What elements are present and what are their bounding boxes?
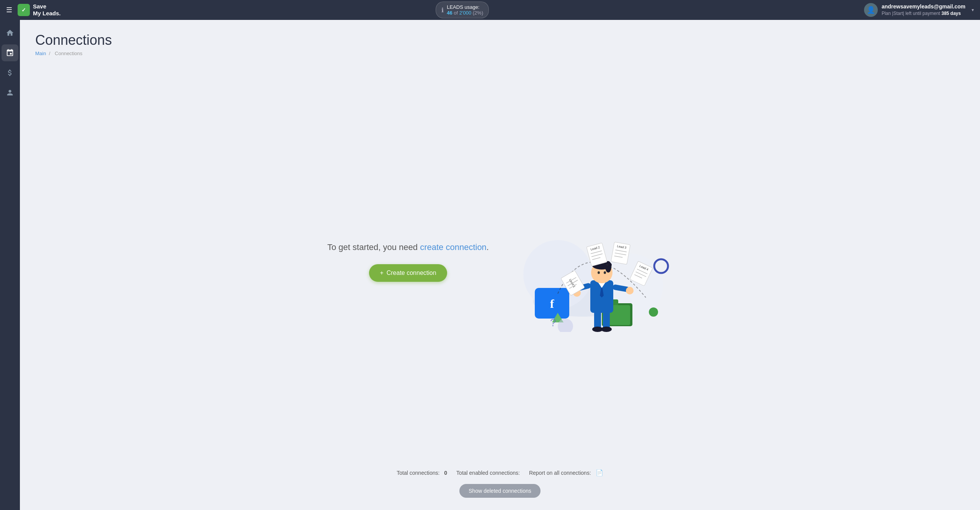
svg-text:f: f [550,297,554,311]
svg-point-18 [626,287,634,294]
page-title: Connections [35,32,965,48]
chevron-down-icon[interactable]: ▾ [972,7,974,13]
sidebar-item-billing[interactable] [2,64,18,81]
logo-area: ✓ Save My Leads. [18,3,61,17]
logo-text: Save My Leads. [33,3,61,17]
breadcrumb-current: Connections [55,51,82,56]
leads-count: LEADS usage: 46 of 2'000 (2%) [447,4,483,16]
hero-text: To get started, you need create connecti… [327,241,489,282]
svg-point-23 [604,271,606,274]
sidebar-item-profile[interactable] [2,84,18,101]
svg-text:?: ? [550,317,556,329]
total-enabled-connections: Total enabled connections: [456,470,520,476]
create-connection-button[interactable]: + Create connection [369,264,447,282]
breadcrumb-main[interactable]: Main [35,51,46,56]
info-icon: ℹ [441,7,444,14]
user-info: andrewsavemyleads@gmail.com Plan |Start|… [882,3,965,17]
hero-section: To get started, you need create connecti… [35,68,965,462]
stats-bar: Total connections: 0 Total enabled conne… [35,462,965,479]
sidebar-item-connections[interactable] [2,44,18,61]
main-content: Connections Main / Connections To get st… [20,20,980,510]
logo-icon: ✓ [18,4,30,16]
svg-point-11 [601,327,612,332]
topbar-left: ☰ ✓ Save My Leads. [6,3,61,17]
svg-point-22 [598,271,600,274]
sidebar [0,20,20,510]
create-connection-link[interactable]: create connection [420,242,487,252]
topbar-center: ℹ LEADS usage: 46 of 2'000 (2%) [436,2,489,18]
show-deleted-button[interactable]: Show deleted connections [459,484,540,498]
topbar: ☰ ✓ Save My Leads. ℹ LEADS usage: 46 of … [0,0,980,20]
svg-point-45 [649,307,658,317]
report-icon[interactable]: 📄 [596,469,603,476]
plus-icon: + [380,270,383,276]
svg-point-21 [605,261,611,273]
svg-point-44 [654,259,668,273]
leads-usage-badge: ℹ LEADS usage: 46 of 2'000 (2%) [436,2,489,18]
breadcrumb-separator: / [49,51,51,56]
sidebar-item-home[interactable] [2,25,18,41]
avatar: 👤 [864,3,878,17]
hamburger-icon[interactable]: ☰ [6,6,12,14]
report-all-connections: Report on all connections: 📄 [529,469,603,476]
topbar-right: 👤 andrewsavemyleads@gmail.com Plan |Star… [864,3,974,17]
hero-description: To get started, you need create connecti… [327,241,489,253]
breadcrumb: Main / Connections [35,51,965,56]
hero-illustration: f [512,190,673,332]
total-connections: Total connections: 0 [397,470,447,476]
layout: Connections Main / Connections To get st… [0,20,980,510]
user-email: andrewsavemyleads@gmail.com [882,3,965,11]
create-button-label: Create connection [387,270,436,276]
user-plan: Plan |Start| left until payment 385 days [882,10,965,17]
